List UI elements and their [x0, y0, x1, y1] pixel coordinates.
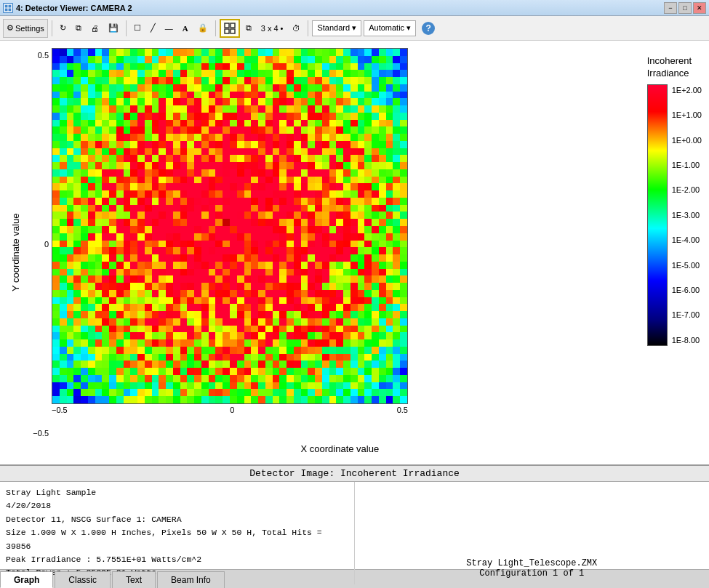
colorbar-container: 1E+2.00 1E+1.00 1E+0.00 1E-1.00 1E-2.00 …: [647, 84, 702, 346]
cb-tick-8: 1E-5.00: [672, 261, 702, 270]
save-icon: 💾: [108, 23, 119, 33]
colorbar-canvas: [647, 84, 668, 346]
hline-icon: —: [165, 24, 173, 33]
tab-text[interactable]: Text: [112, 571, 156, 588]
detector-image-title: Detector Image: Incoherent Irradiance: [0, 466, 709, 482]
tab-classic[interactable]: Classic: [55, 571, 111, 588]
colorbar-title: Incoherent Irradiance: [647, 55, 702, 80]
window-controls[interactable]: − □ ✕: [664, 2, 706, 14]
tab-graph-label: Graph: [14, 575, 39, 585]
info-left: Stray Light Sample 4/20/2018 Detector 11…: [0, 482, 355, 584]
standard-label: Standard ▾: [317, 23, 356, 33]
cb-tick-7: 1E-4.00: [672, 235, 702, 244]
info-right: Stray Light_Telescope.ZMX Configuration …: [355, 482, 710, 584]
cb-tick-3: 1E+0.00: [672, 136, 702, 145]
settings-icon: ⚙: [7, 23, 14, 33]
y-tick-neg0.5: −0.5: [24, 429, 49, 438]
refresh-icon: ↻: [60, 23, 66, 33]
y-axis-label: Y coordinate value: [7, 48, 24, 457]
line-icon: ╱: [151, 23, 156, 33]
help-icon: ?: [422, 22, 435, 35]
bottom-panel: Detector Image: Incoherent Irradiance St…: [0, 464, 709, 588]
text-icon: A: [183, 24, 188, 33]
gridsize-label: 3 x 4 •: [261, 24, 284, 33]
sep3: [215, 20, 216, 36]
info-grid: Stray Light Sample 4/20/2018 Detector 11…: [0, 482, 709, 569]
window-title: 4: Detector Viewer: CAMERA 2: [16, 4, 132, 12]
tab-beam-info-label: Beam Info: [171, 575, 211, 585]
y-tick-0.5: 0.5: [24, 51, 49, 60]
cb-tick-6: 1E-3.00: [672, 211, 702, 220]
info-line2: 4/20/2018: [6, 499, 348, 512]
x-tick-neg0.5: −0.5: [52, 406, 68, 414]
cb-tick-9: 1E-6.00: [672, 286, 702, 294]
cb-tick-5: 1E-2.00: [672, 185, 702, 194]
colorbar-title-line2: Irradiance: [647, 68, 702, 80]
save-button[interactable]: 💾: [105, 19, 122, 38]
text-tool[interactable]: A: [179, 19, 192, 38]
info-right-line2: Configuration 1 of 1: [466, 568, 597, 579]
colorbar-tick-labels: 1E+2.00 1E+1.00 1E+0.00 1E-1.00 1E-2.00 …: [672, 84, 702, 346]
rectangle-tool[interactable]: ☐: [130, 19, 145, 38]
sep1: [52, 20, 52, 36]
lock-tool[interactable]: 🔒: [194, 19, 212, 38]
minimize-button[interactable]: −: [664, 2, 677, 14]
cb-tick-10: 1E-7.00: [672, 310, 702, 319]
info-right-content: Stray Light_Telescope.ZMX Configuration …: [466, 558, 597, 579]
title-bar-left: 4: Detector Viewer: CAMERA 2: [3, 3, 132, 13]
colorbar-section: Incoherent Irradiance 1E+2.00 1E+1.00 1E…: [647, 48, 702, 457]
cb-tick-1: 1E+2.00: [672, 86, 702, 94]
gridsize-button[interactable]: 3 x 4 •: [257, 19, 287, 38]
layers-icon: ⧉: [246, 23, 252, 33]
clock-icon: ⏱: [292, 24, 300, 33]
settings-button[interactable]: ⚙ Settings: [3, 19, 48, 38]
rectangle-icon: ☐: [134, 23, 141, 33]
standard-dropdown[interactable]: Standard ▾: [312, 20, 361, 36]
x-tick-0: 0: [230, 406, 234, 414]
x-tick-0.5: 0.5: [397, 406, 408, 414]
cb-tick-11: 1E-8.00: [672, 336, 702, 345]
close-button[interactable]: ✕: [693, 2, 706, 14]
hline-tool[interactable]: —: [161, 19, 177, 38]
line-tool[interactable]: ╱: [147, 19, 159, 38]
y-tick-labels: 0.5 0 −0.5: [24, 48, 52, 440]
copy-button[interactable]: ⧉: [72, 19, 85, 38]
grid-icon: [224, 23, 236, 34]
print-icon: 🖨: [91, 24, 99, 33]
toolbar: ⚙ Settings ↻ ⧉ 🖨 💾 ☐ ╱ — A 🔒 ⧉: [0, 16, 709, 41]
info-line3: Detector 11, NSCG Surface 1: CAMERA: [6, 513, 348, 526]
chart-inner: Y coordinate value 0.5 0 −0.5: [7, 48, 625, 457]
x-axis-label: X coordinate value: [55, 440, 625, 457]
cb-tick-2: 1E+1.00: [672, 110, 702, 119]
layers-button[interactable]: ⧉: [242, 19, 255, 38]
refresh-button[interactable]: ↻: [56, 19, 70, 38]
chart-with-yaxis: 0.5 0 −0.5 −0.5 0 0.5: [24, 48, 625, 457]
svg-rect-4: [225, 23, 229, 28]
info-right-line1: Stray Light_Telescope.ZMX: [466, 558, 597, 568]
copy-icon: ⧉: [76, 23, 81, 33]
automatic-dropdown[interactable]: Automatic ▾: [364, 20, 416, 36]
clock-button[interactable]: ⏱: [289, 19, 304, 38]
colorbar-title-line1: Incoherent: [647, 55, 702, 68]
main-content: Y coordinate value 0.5 0 −0.5: [0, 41, 709, 588]
lock-icon: 🔒: [198, 23, 208, 33]
x-tick-labels: −0.5 0 0.5: [52, 404, 408, 414]
tab-graph[interactable]: Graph: [0, 571, 53, 588]
tab-classic-label: Classic: [68, 575, 97, 585]
info-line1: Stray Light Sample: [6, 486, 348, 499]
maximize-button[interactable]: □: [678, 2, 692, 14]
sep4: [308, 20, 308, 36]
help-button[interactable]: ?: [418, 19, 438, 38]
settings-label: Settings: [15, 24, 44, 33]
heatmap-canvas: [52, 48, 408, 404]
app-icon: [3, 3, 13, 13]
print-button[interactable]: 🖨: [87, 19, 103, 38]
automatic-label: Automatic ▾: [369, 23, 411, 33]
grid-button[interactable]: [220, 19, 240, 38]
y-tick-0: 0: [24, 240, 49, 249]
cb-tick-4: 1E-1.00: [672, 161, 702, 169]
svg-rect-7: [231, 29, 235, 33]
tab-beam-info[interactable]: Beam Info: [157, 571, 225, 588]
info-line5: Peak Irradiance : 5.7551E+01 Watts/cm^2: [6, 553, 348, 566]
title-bar: 4: Detector Viewer: CAMERA 2 − □ ✕: [0, 0, 709, 16]
